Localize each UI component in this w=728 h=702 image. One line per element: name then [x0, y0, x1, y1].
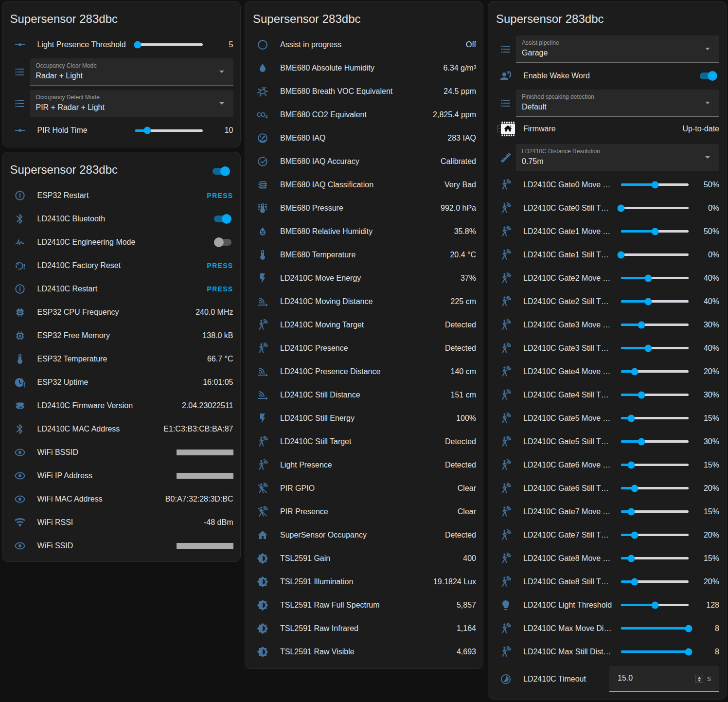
svg-text:CO: CO: [257, 111, 266, 118]
svg-text:2: 2: [265, 114, 267, 119]
svg-text:32: 32: [18, 310, 22, 314]
